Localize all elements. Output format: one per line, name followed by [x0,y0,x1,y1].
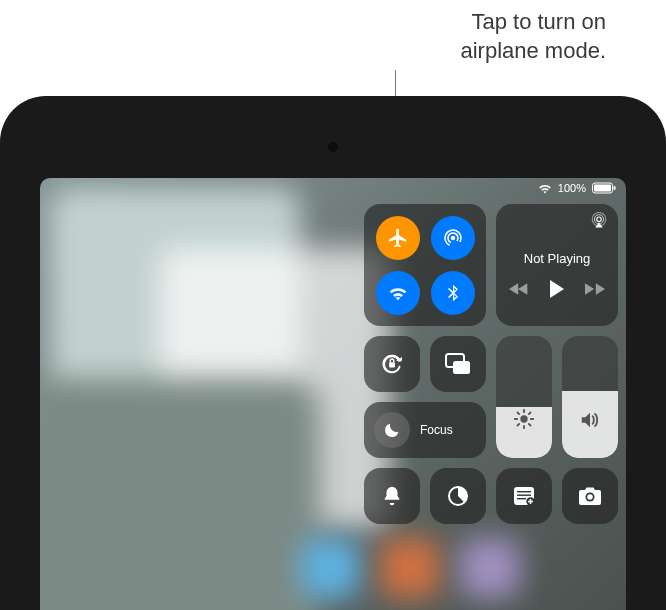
connectivity-group [364,204,486,326]
screen: 100% [40,178,626,610]
moon-icon [383,421,401,439]
wallpaper-blur [460,538,520,598]
svg-rect-1 [594,185,611,192]
play-icon[interactable] [549,280,565,298]
volume-slider[interactable] [562,336,618,458]
battery-icon [592,182,616,194]
airdrop-button[interactable] [431,216,475,260]
svg-rect-23 [517,491,531,492]
airplay-icon[interactable] [590,212,608,228]
focus-label: Focus [420,423,453,437]
svg-rect-2 [614,186,616,190]
bell-icon [381,484,403,508]
airdrop-icon [441,226,465,250]
svg-rect-11 [453,361,470,374]
wifi-button[interactable] [376,271,420,315]
control-center: Not Playing [364,204,618,524]
quick-note-icon [512,485,536,507]
front-camera [327,141,339,153]
quick-note-button[interactable] [496,468,552,524]
svg-line-18 [529,424,531,426]
wifi-icon [538,183,552,194]
airplane-mode-button[interactable] [376,216,420,260]
screen-mirroring-button[interactable] [430,336,486,392]
camera-button[interactable] [562,468,618,524]
svg-line-19 [517,424,519,426]
svg-point-30 [587,494,593,500]
bluetooth-icon [443,282,463,304]
wallpaper-blur [300,538,360,598]
battery-percent: 100% [558,182,586,194]
callout-annotation: Tap to turn onairplane mode. [460,8,606,65]
svg-point-3 [450,235,454,239]
rotation-lock-icon [378,350,406,378]
timer-button[interactable] [430,468,486,524]
wallpaper-blur [40,378,320,610]
bluetooth-button[interactable] [431,271,475,315]
media-tile[interactable]: Not Playing [496,204,618,326]
callout-text: Tap to turn onairplane mode. [460,9,606,63]
rotation-lock-button[interactable] [364,336,420,392]
rewind-icon[interactable] [509,282,529,296]
svg-rect-24 [517,495,531,496]
silent-mode-button[interactable] [364,468,420,524]
focus-button[interactable]: Focus [364,402,486,458]
airplane-icon [387,227,409,249]
svg-point-12 [520,415,527,422]
svg-point-6 [597,217,602,222]
fast-forward-icon[interactable] [585,282,605,296]
svg-rect-25 [517,498,526,499]
ipad-bezel: 100% [0,96,666,610]
media-title: Not Playing [508,251,606,266]
screen-mirroring-icon [444,352,472,376]
status-bar: 100% [538,182,616,194]
timer-icon [446,484,470,508]
svg-line-17 [517,412,519,414]
wallpaper-blur [380,538,440,598]
svg-rect-28 [528,501,533,503]
brightness-slider[interactable] [496,336,552,458]
wifi-icon [387,282,409,304]
camera-icon [577,485,603,507]
svg-line-20 [529,412,531,414]
svg-rect-9 [389,362,395,367]
